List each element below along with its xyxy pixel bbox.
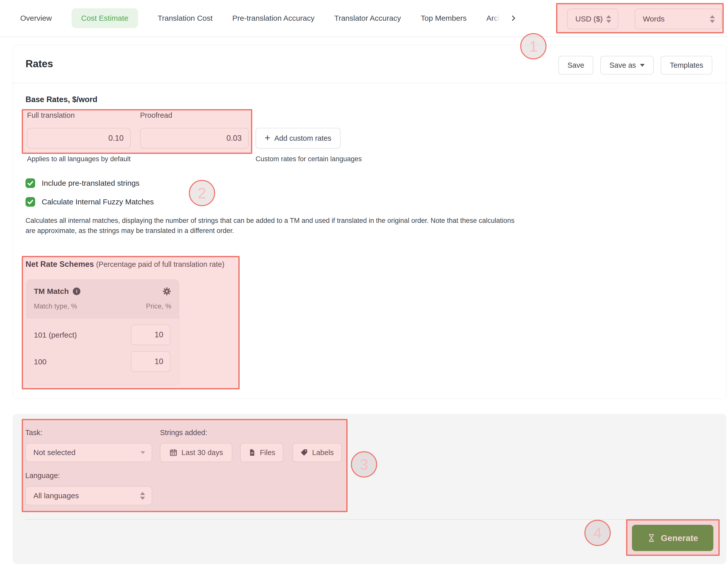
tm-row-100-input[interactable]	[131, 351, 170, 372]
unit-select[interactable]: Words	[635, 9, 722, 29]
file-icon	[248, 449, 256, 456]
rates-card-actions: Save Save as Templates	[558, 56, 712, 75]
tab-cost-estimate[interactable]: Cost Estimate	[72, 8, 138, 28]
report-generator-panel: Task: Not selected Strings added: Last 3…	[13, 414, 726, 564]
templates-button-label: Templates	[670, 61, 703, 70]
full-translation-input[interactable]	[27, 128, 131, 149]
tm-match-title: TM Match	[34, 287, 69, 295]
custom-rates-help-text: Custom rates for certain languages	[256, 155, 362, 163]
net-rate-schemes-subtitle: (Percentage paid of full translation rat…	[96, 260, 224, 268]
full-translation-label: Full translation	[27, 111, 75, 120]
proofread-label: Proofread	[140, 111, 172, 120]
include-pretranslated-row: Include pre-translated strings	[26, 178, 140, 188]
files-filter-label: Files	[260, 448, 275, 457]
cost-estimate-page: Overview Cost Estimate Translation Cost …	[0, 0, 728, 569]
base-rates-help-text: Applies to all languages by default	[27, 155, 131, 163]
rates-card-title: Rates	[26, 58, 53, 70]
add-custom-rates-button[interactable]: + Add custom rates	[256, 128, 340, 149]
tm-row-100-label: 100	[34, 357, 47, 366]
include-pretranslated-checkbox[interactable]	[26, 178, 35, 188]
panel-divider	[25, 519, 714, 520]
card-header-divider	[13, 83, 726, 83]
tm-match-card: TM Match i	[26, 280, 179, 385]
save-as-button[interactable]: Save as	[600, 56, 654, 75]
base-rates-heading: Base Rates, $/word	[26, 95, 97, 104]
unit-select-value: Words	[643, 15, 665, 23]
info-icon[interactable]: i	[73, 287, 80, 295]
templates-button[interactable]: Templates	[661, 56, 712, 75]
add-custom-rates-label: Add custom rates	[274, 134, 331, 143]
net-rate-schemes-heading: Net Rate Schemes (Percentage paid of ful…	[26, 260, 224, 269]
language-select-value: All languages	[33, 491, 79, 500]
language-select[interactable]: All languages	[25, 486, 152, 505]
task-select[interactable]: Not selected	[25, 443, 152, 462]
tab-pre-translation-accuracy[interactable]: Pre-translation Accuracy	[232, 14, 314, 23]
labels-filter-button[interactable]: Labels	[292, 443, 342, 462]
tab-archive-clipped[interactable]: Archive	[486, 14, 501, 23]
save-as-button-label: Save as	[609, 61, 636, 70]
task-select-value: Not selected	[33, 448, 76, 457]
calculate-fuzzy-label: Calculate Internal Fuzzy Matches	[42, 198, 154, 206]
match-type-column-label: Match type, %	[34, 302, 77, 310]
tm-match-header: TM Match i	[26, 280, 179, 318]
updown-arrows-icon	[710, 15, 715, 23]
caret-down-icon	[640, 64, 645, 67]
net-rate-schemes-title: Net Rate Schemes	[26, 260, 94, 269]
labels-filter-label: Labels	[312, 448, 334, 457]
save-button[interactable]: Save	[558, 56, 593, 75]
generate-button[interactable]: Generate	[632, 525, 713, 551]
tm-row-101-label: 101 (perfect)	[34, 331, 77, 339]
tm-row-101-input[interactable]	[131, 324, 170, 345]
checkmark-icon	[27, 199, 34, 205]
date-range-filter-button[interactable]: Last 30 days	[160, 443, 232, 462]
tab-overview[interactable]: Overview	[20, 14, 52, 23]
save-button-label: Save	[567, 61, 584, 70]
proofread-input[interactable]	[140, 128, 249, 149]
calculate-fuzzy-row: Calculate Internal Fuzzy Matches	[26, 197, 154, 207]
gear-icon[interactable]	[162, 287, 171, 296]
updown-arrows-icon	[606, 15, 611, 23]
hourglass-icon	[647, 534, 656, 542]
task-label: Task:	[25, 428, 42, 437]
files-filter-button[interactable]: Files	[240, 443, 283, 462]
currency-select[interactable]: USD ($)	[567, 9, 618, 29]
tab-top-members[interactable]: Top Members	[421, 14, 467, 23]
reports-tab-bar: Overview Cost Estimate Translation Cost …	[0, 0, 728, 37]
calculate-fuzzy-checkbox[interactable]	[26, 197, 35, 207]
calendar-icon	[169, 448, 177, 456]
checkmark-icon	[27, 180, 34, 187]
tab-translation-cost[interactable]: Translation Cost	[158, 14, 213, 23]
plus-icon: +	[265, 133, 270, 143]
tag-icon	[301, 449, 308, 456]
tab-translator-accuracy[interactable]: Translator Accuracy	[334, 14, 401, 23]
fuzzy-matches-note: Calculates all internal matches, display…	[26, 216, 521, 236]
rates-card: Rates Save Save as Templates Base Rates,…	[13, 45, 726, 399]
currency-select-value: USD ($)	[575, 15, 603, 23]
chevron-right-icon	[510, 14, 517, 22]
updown-arrows-icon	[140, 492, 145, 500]
include-pretranslated-label: Include pre-translated strings	[42, 179, 140, 188]
language-label: Language:	[25, 471, 60, 480]
tabs-overflow-button[interactable]	[510, 14, 517, 22]
caret-down-icon	[141, 451, 145, 454]
price-column-label: Price, %	[146, 302, 171, 310]
strings-added-label: Strings added:	[160, 428, 207, 437]
date-range-filter-label: Last 30 days	[181, 448, 223, 457]
generate-button-label: Generate	[661, 533, 698, 543]
